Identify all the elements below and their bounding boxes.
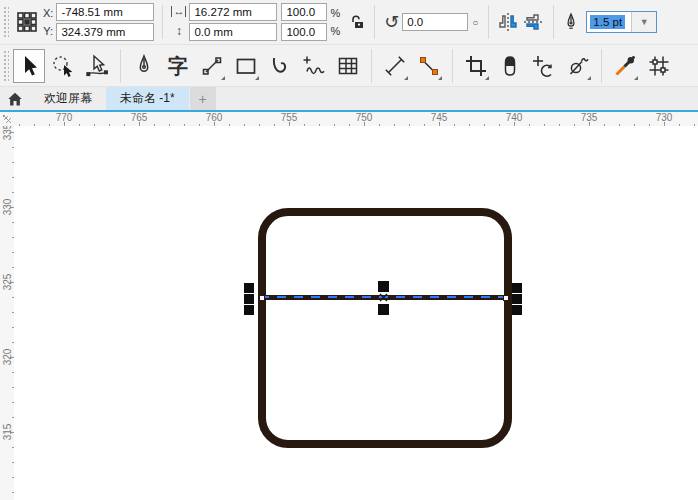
separator: [374, 5, 375, 39]
scale-vertical-field[interactable]: 100.0: [281, 23, 327, 41]
degree-icon: ○: [472, 17, 478, 28]
property-bar: X: Y: -748.51 mm 324.379 mm ↔ ↕ 16.272 m…: [0, 0, 698, 45]
table-tool[interactable]: [332, 49, 364, 83]
ruler-label: 335: [2, 126, 13, 140]
dropdown-arrow-icon[interactable]: ▼: [631, 12, 656, 32]
selection-handle-middle-right[interactable]: [512, 294, 522, 304]
separator: [553, 5, 554, 39]
object-height-icon: ↕: [176, 23, 182, 39]
rounded-rectangle-shape[interactable]: [258, 208, 512, 448]
line-endpoint-node-right[interactable]: [504, 296, 508, 300]
contour-tool[interactable]: [562, 49, 594, 83]
object-width-field[interactable]: 16.272 mm: [189, 3, 277, 21]
horizontal-ruler: 770765760755750745740735730: [14, 112, 698, 126]
object-height-field[interactable]: 0.0 mm: [189, 23, 277, 41]
selection-handle-middle-left[interactable]: [244, 294, 254, 304]
ruler-origin-corner[interactable]: [0, 112, 14, 126]
selection-handle-top-left[interactable]: [244, 283, 254, 293]
color-eyedropper-tool[interactable]: [609, 49, 641, 83]
separator: [488, 5, 489, 39]
two-point-line-tool[interactable]: [196, 49, 228, 83]
freehand-tool[interactable]: [298, 49, 330, 83]
plus-icon: +: [199, 91, 207, 107]
tab-label: 欢迎屏幕: [44, 90, 92, 107]
home-button[interactable]: [0, 87, 30, 110]
outline-pen-icon: [560, 10, 582, 34]
rotation-angle-icon: ↺: [384, 14, 399, 30]
y-label: Y:: [43, 25, 53, 37]
text-tool-glyph: 字: [168, 56, 188, 76]
y-position-field[interactable]: 324.379 mm: [56, 23, 154, 41]
new-document-tab-button[interactable]: +: [190, 87, 216, 110]
x-position-field[interactable]: -748.51 mm: [56, 3, 154, 21]
percent-label: %: [330, 25, 340, 37]
separator: [120, 49, 121, 83]
tab-untitled-document[interactable]: 未命名 -1*: [106, 87, 189, 110]
selection-handle-top-right[interactable]: [512, 283, 522, 293]
tab-welcome-screen[interactable]: 欢迎屏幕: [30, 87, 106, 110]
eraser-tool[interactable]: [494, 49, 526, 83]
separator: [452, 49, 453, 83]
mirror-vertical-icon[interactable]: [521, 10, 547, 34]
freehand-pick-tool[interactable]: [47, 49, 79, 83]
unlock-ratio-icon[interactable]: [348, 12, 368, 32]
selection-handle-bottom-left[interactable]: [244, 305, 254, 315]
outline-width-value[interactable]: 1.5 pt: [590, 15, 625, 29]
selection-handle-bottom-center[interactable]: [378, 304, 389, 315]
parallel-dimension-tool[interactable]: [379, 49, 411, 83]
mirror-horizontal-icon[interactable]: [495, 10, 521, 34]
graph-paper-tool[interactable]: [643, 49, 675, 83]
tab-label: 未命名 -1*: [120, 90, 175, 107]
b-spline-tool[interactable]: [264, 49, 296, 83]
pen-tool[interactable]: [128, 49, 160, 83]
outline-width-combobox[interactable]: 1.5 pt ▼: [586, 11, 657, 33]
separator: [371, 49, 372, 83]
rectangle-tool[interactable]: [230, 49, 262, 83]
pick-tool[interactable]: [13, 49, 45, 83]
x-label: X:: [43, 7, 53, 19]
home-icon: [6, 90, 24, 108]
connector-tool[interactable]: [413, 49, 445, 83]
document-tabbar: 欢迎屏幕 未命名 -1* +: [0, 87, 698, 112]
shape-tool[interactable]: [81, 49, 113, 83]
text-tool[interactable]: 字: [162, 49, 194, 83]
toolbar-grip[interactable]: [2, 5, 9, 39]
coreldraw-window: X: Y: -748.51 mm 324.379 mm ↔ ↕ 16.272 m…: [0, 0, 698, 500]
selection-handle-bottom-right[interactable]: [512, 305, 522, 315]
drawing-canvas[interactable]: [14, 126, 698, 500]
separator: [601, 49, 602, 83]
toolbar-grip[interactable]: [2, 49, 9, 83]
free-transform-tool[interactable]: [528, 49, 560, 83]
percent-label: %: [330, 7, 340, 19]
line-endpoint-node-left[interactable]: [260, 296, 264, 300]
rotation-angle-field[interactable]: 0.0: [402, 13, 468, 31]
crop-tool[interactable]: [460, 49, 492, 83]
vertical-ruler: 335330325320315: [0, 126, 14, 500]
object-width-icon: ↔: [171, 6, 186, 17]
separator: [162, 5, 163, 39]
object-center-x-marker[interactable]: [378, 292, 389, 303]
scale-horizontal-field[interactable]: 100.0: [281, 3, 327, 21]
selection-handle-top-center[interactable]: [378, 281, 389, 292]
object-position-icon[interactable]: [14, 9, 40, 35]
toolbox: 字: [0, 45, 698, 87]
